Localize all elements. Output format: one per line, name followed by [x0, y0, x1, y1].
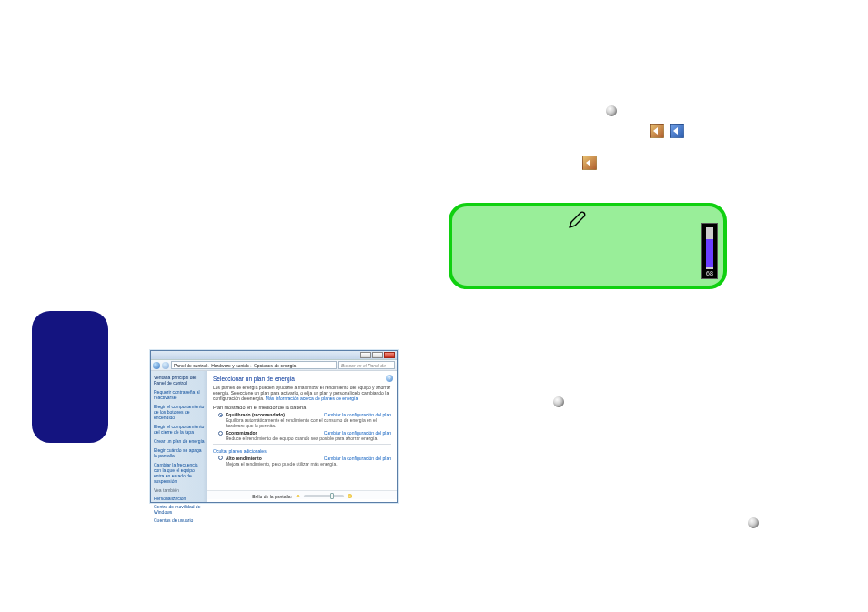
sidebar-link[interactable]: Elegir cuándo se apaga la pantalla — [154, 447, 205, 458]
more-info-link[interactable]: Más información acerca de planes de ener… — [266, 396, 358, 401]
sphere-icon — [748, 517, 759, 528]
divider — [213, 444, 391, 445]
nav-forward-icon[interactable] — [162, 362, 169, 369]
sphere-icon — [606, 105, 617, 116]
window-maximize-button[interactable] — [372, 352, 383, 358]
sidebar-link[interactable]: Requerir contraseña al reactivarse — [154, 389, 205, 400]
brightness-high-icon — [348, 494, 352, 498]
brightness-thumb[interactable] — [330, 493, 334, 499]
plan-subtitle: Reduce el rendimiento del equipo cuando … — [226, 436, 391, 442]
volume-value-label: 68 — [702, 269, 717, 278]
plan-title: Alto rendimiento — [226, 456, 262, 461]
see-also-link[interactable]: Personalización — [154, 496, 205, 501]
page-title: Seleccionar un plan de energía — [213, 376, 391, 382]
sidebar-link[interactable]: Cambiar la frecuencia con la que el equi… — [154, 462, 205, 484]
window-close-button[interactable] — [384, 352, 395, 358]
power-plan-row[interactable]: Equilibrado (recomendado) Cambiar la con… — [218, 412, 391, 417]
change-plan-link[interactable]: Cambiar la configuración del plan — [324, 412, 391, 417]
see-also-heading: Vea también — [154, 487, 205, 493]
breadcrumb[interactable]: Panel de control› Hardware y sonido› Opc… — [171, 361, 337, 369]
green-panel: 68 — [449, 203, 727, 289]
power-plan-row[interactable]: Alto rendimiento Cambiar la configuració… — [218, 456, 391, 461]
speaker-icon[interactable] — [650, 124, 664, 138]
window-minimize-button[interactable] — [360, 352, 371, 358]
change-plan-link[interactable]: Cambiar la configuración del plan — [324, 430, 391, 436]
plan-title: Economizador — [226, 430, 257, 436]
speaker-icon[interactable] — [582, 156, 597, 170]
plan-subtitle: Mejora el rendimiento, pero puede utiliz… — [226, 462, 391, 467]
breadcrumb-part[interactable]: Hardware y sonido — [211, 363, 249, 368]
sidebar-home-link[interactable]: Ventana principal del Panel de control — [154, 375, 205, 386]
power-plan-row[interactable]: Economizador Cambiar la configuración de… — [218, 430, 391, 436]
content-pane: ? Seleccionar un plan de energía Los pla… — [207, 371, 397, 502]
sidebar-link[interactable]: Crear un plan de energía — [154, 438, 205, 444]
section-heading: Plan mostrado en el medidor de la baterí… — [213, 405, 391, 410]
sidebar-link[interactable]: Elegir el comportamiento de los botones … — [154, 404, 205, 420]
plan-title: Equilibrado (recomendado) — [226, 412, 285, 417]
see-also-link[interactable]: Centro de movilidad de Windows — [154, 504, 205, 515]
volume-fill — [706, 239, 713, 267]
brightness-label: Brillo de la pantalla: — [252, 494, 292, 499]
change-plan-link[interactable]: Cambiar la configuración del plan — [324, 456, 391, 461]
address-bar: Panel de control› Hardware y sonido› Opc… — [151, 360, 397, 371]
sphere-icon — [553, 396, 564, 407]
window-titlebar[interactable] — [151, 351, 397, 360]
blue-block — [32, 311, 108, 443]
radio-icon[interactable] — [218, 413, 223, 417]
breadcrumb-part[interactable]: Opciones de energía — [254, 363, 296, 368]
power-options-window: Panel de control› Hardware y sonido› Opc… — [150, 350, 398, 503]
brightness-row: Brillo de la pantalla: — [207, 490, 397, 499]
sidebar-link[interactable]: Elegir el comportamiento del cierre de l… — [154, 424, 205, 435]
sound-settings-icon[interactable] — [670, 124, 684, 138]
brightness-slider[interactable] — [304, 495, 344, 497]
radio-icon[interactable] — [218, 431, 223, 436]
search-input[interactable]: Buscar en el Panel de control — [338, 361, 395, 369]
volume-slider[interactable]: 68 — [701, 223, 718, 279]
sidebar: Ventana principal del Panel de control R… — [151, 371, 207, 502]
help-icon[interactable]: ? — [386, 375, 393, 382]
radio-icon[interactable] — [218, 456, 223, 460]
breadcrumb-part[interactable]: Panel de control — [174, 363, 207, 368]
page-description: Los planes de energía pueden ayudarle a … — [213, 385, 391, 401]
pen-icon[interactable] — [568, 211, 586, 229]
nav-back-icon[interactable] — [153, 362, 160, 369]
plan-subtitle: Equilibra automáticamente el rendimiento… — [226, 418, 391, 428]
brightness-low-icon — [297, 495, 300, 498]
see-also-link[interactable]: Cuentas de usuario — [154, 517, 205, 523]
extra-plans-toggle[interactable]: Ocultar planes adicionales — [213, 448, 391, 454]
